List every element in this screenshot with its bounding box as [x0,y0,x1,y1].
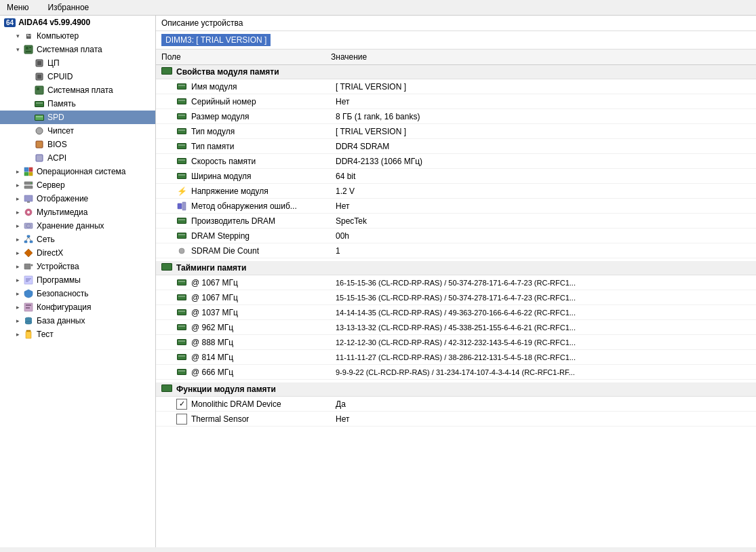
section-title-3: Функции модуля памяти [176,385,276,394]
section-timings: Тайминги памяти [156,261,756,275]
svg-rect-45 [26,332,31,338]
os-icon [23,166,34,177]
sidebar-label-spd: SPD [47,113,64,122]
val-mem-type: DDR4 SDRAM [336,142,751,151]
sidebar-item-network[interactable]: ▸ Сеть [0,233,155,246]
row-timing-6: @ 666 МГц 9-9-9-22 (CL-RCD-RP-RAS) / 31-… [156,365,756,380]
sidebar-item-directx[interactable]: ▸ DirectX [0,246,155,260]
field-serial-num: Серийный номер [191,97,256,106]
devices-icon [23,261,34,272]
svg-rect-26 [27,235,30,237]
sidebar-item-database[interactable]: ▸ База данных [0,314,155,328]
val-timing-4: 12-12-12-30 (CL-RCD-RP-RAS) / 42-312-232… [336,338,751,347]
expand-arrow-network: ▸ [14,235,22,243]
checkbox-thermal[interactable] [176,414,187,425]
field-thermal: Thermal Sensor [191,414,249,424]
sidebar-label-acpi: ACPI [47,153,66,163]
sidebar-item-cpu[interactable]: ▸ ЦП [0,56,155,70]
section-features: Функции модуля памяти [156,382,756,397]
expand-arrow-security: ▸ [14,290,22,298]
sidebar-label-bios: BIOS [47,140,67,149]
sidebar-item-programs[interactable]: ▸ Программы [0,273,155,287]
val-timing-5: 11-11-11-27 (CL-RCD-RP-RAS) / 38-286-212… [336,353,751,361]
sidebar-item-sysboard[interactable]: ▸ Системная плата [0,83,155,97]
svg-rect-39 [26,304,31,306]
sidebar-item-motherboard[interactable]: ▾ Системная плата [0,43,155,56]
section-icon-2 [161,263,172,273]
expand-arrow-programs: ▸ [14,276,22,284]
motherboard-icon [23,44,34,55]
top-bar: Меню Избранное [0,0,756,16]
field-module-name: Имя модуля [191,82,237,92]
svg-rect-0 [24,45,33,54]
svg-rect-1 [26,47,28,50]
row-module-type: Тип модуля [ TRIAL VERSION ] [156,124,756,139]
sidebar-label-directx: DirectX [37,248,63,258]
sidebar-label-network: Сеть [37,235,55,244]
field-dram-mfg: Производитель DRAM [191,216,275,226]
svg-rect-15 [24,172,28,176]
sidebar-item-config[interactable]: ▸ Конфигурация [0,300,155,314]
sidebar-item-storage[interactable]: ▸ Хранение данных [0,219,155,233]
expand-arrow-motherboard: ▾ [14,45,22,54]
sidebar-item-memory[interactable]: ▸ Память [0,97,155,111]
row-dram-mfg: Производитель DRAM SpecTek [156,214,756,229]
section-icon-3 [161,385,172,394]
sidebar-item-cpuid[interactable]: ▸ CPUID [0,70,155,83]
sidebar-item-multimedia[interactable]: ▸ Мультимедиа [0,205,155,219]
table-header: Поле Значение [156,50,756,65]
section-icon-1 [161,67,172,77]
acpi-icon [34,153,45,163]
sidebar-item-spd[interactable]: ▸ SPD [0,111,155,124]
val-monolithic: Да [336,399,751,409]
sidebar-item-acpi[interactable]: ▸ ACPI [0,151,155,165]
sidebar-item-os[interactable]: ▸ Операционная система [0,165,155,178]
svg-rect-16 [29,172,33,176]
val-serial-num: Нет [336,97,751,106]
col-value-header: Значение [331,52,751,62]
sidebar-item-test[interactable]: ▸ Тест [0,328,155,341]
sidebar-item-devices[interactable]: ▸ Устройства [0,260,155,273]
sidebar-label-motherboard: Системная плата [37,45,102,54]
content-area: Описание устройства DIMM3: [ TRIAL VERSI… [156,16,756,547]
col-field-header: Поле [161,52,331,62]
field-dram-stepping: DRAM Stepping [191,231,250,241]
expand-arrow-multimedia: ▸ [14,208,22,216]
multimedia-icon [23,207,34,218]
svg-point-19 [31,182,32,184]
row-monolithic: Monolithic DRAM Device Да [156,397,756,412]
svg-point-23 [27,211,30,214]
section-title-1: Свойства модуля памяти [176,67,279,77]
programs-icon [23,275,34,285]
sidebar-item-display[interactable]: ▸ Отображение [0,192,155,205]
svg-rect-47 [182,202,186,210]
field-error-method: Метод обнаружения ошиб... [191,201,297,211]
svg-rect-32 [24,264,31,269]
app-name-label: AIDA64 v5.99.4900 [18,18,90,27]
field-voltage: Напряжение модуля [191,186,268,196]
sidebar-item-bios[interactable]: ▸ BIOS [0,138,155,151]
sidebar-item-server[interactable]: ▸ Сервер [0,178,155,192]
field-module-size: Размер модуля [191,112,249,121]
spd-icon [34,112,45,123]
bios-icon [34,139,45,150]
svg-point-10 [36,127,43,134]
favorites-item[interactable]: Избранное [43,1,93,14]
field-mem-type: Тип памяти [191,142,234,151]
row-timing-2: @ 1037 МГц 14-14-14-35 (CL-RCD-RP-RAS) /… [156,305,756,320]
row-voltage: ⚡Напряжение модуля 1.2 V [156,184,756,199]
sidebar-label-programs: Программы [37,275,81,285]
menu-item[interactable]: Меню [3,1,33,14]
val-timing-6: 9-9-9-22 (CL-RCD-RP-RAS) / 31-234-174-10… [336,368,751,376]
sidebar-item-computer[interactable]: ▾ 🖥 Компьютер [0,29,155,43]
row-timing-5: @ 814 МГц 11-11-11-27 (CL-RCD-RP-RAS) / … [156,350,756,365]
sidebar-label-database: База данных [37,316,85,326]
row-error-method: Метод обнаружения ошиб... Нет [156,199,756,214]
sidebar-label-test: Тест [37,330,54,339]
sidebar-label-computer: Компьютер [37,31,79,41]
checkbox-monolithic[interactable] [176,399,187,410]
sidebar-item-chipset[interactable]: ▸ Чипсет [0,124,155,138]
expand-arrow-devices: ▸ [14,262,22,271]
sidebar-item-security[interactable]: ▸ Безопасность [0,287,155,300]
row-timing-4: @ 888 МГц 12-12-12-30 (CL-RCD-RP-RAS) / … [156,335,756,350]
